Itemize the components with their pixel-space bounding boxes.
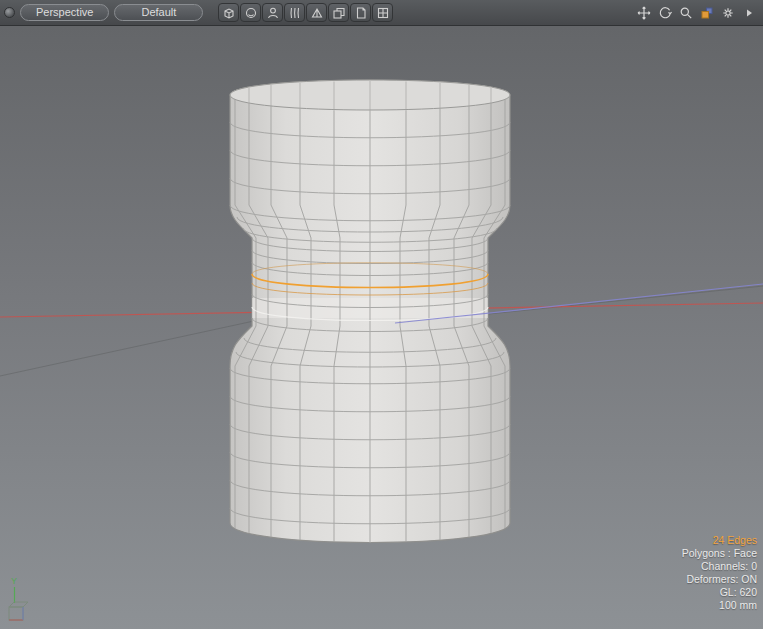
viewport-hud: 24 Edges Polygons : Face Channels: 0 Def… (682, 534, 757, 612)
orbit-icon[interactable] (655, 3, 674, 22)
expand-arrow-icon[interactable] (739, 3, 758, 22)
viewport-thumb-knob[interactable] (4, 7, 15, 18)
view-mode-selector[interactable]: Perspective (20, 4, 109, 21)
workplane-icon[interactable] (697, 3, 716, 22)
axis-gizmo: Y (5, 573, 39, 625)
y-axis-label: Y (11, 576, 17, 586)
zoom-icon[interactable] (676, 3, 695, 22)
workplane-box-icon (9, 602, 28, 620)
hud-deformers: Deformers: ON (686, 573, 757, 586)
scene-canvas (0, 26, 763, 629)
hud-selection-count: 24 Edges (713, 534, 757, 547)
viewport-toolbar: Perspective Default (0, 0, 763, 26)
wireframe-icon[interactable] (284, 3, 305, 22)
viewport-nav-buttons (634, 3, 759, 22)
cube-icon[interactable] (218, 3, 239, 22)
layers-icon[interactable] (328, 3, 349, 22)
hud-polygons: Polygons : Face (682, 547, 757, 560)
page-grid-icon[interactable] (372, 3, 393, 22)
hud-scale: 100 mm (719, 599, 757, 612)
shaded-sphere-icon[interactable] (240, 3, 261, 22)
bust-icon[interactable] (262, 3, 283, 22)
page-icon[interactable] (350, 3, 371, 22)
mesh-object (230, 80, 510, 543)
shading-mode-selector[interactable]: Default (114, 4, 203, 21)
3d-viewport[interactable]: Y 24 Edges Polygons : Face Channels: 0 D… (0, 26, 763, 629)
triangles-icon[interactable] (306, 3, 327, 22)
settings-gear-icon[interactable] (718, 3, 737, 22)
modeling-app-window: Perspective Default (0, 0, 763, 629)
hud-channels: Channels: 0 (701, 560, 757, 573)
pan-icon[interactable] (634, 3, 653, 22)
draw-style-buttons (218, 3, 393, 22)
hud-gl: GL: 620 (720, 586, 757, 599)
